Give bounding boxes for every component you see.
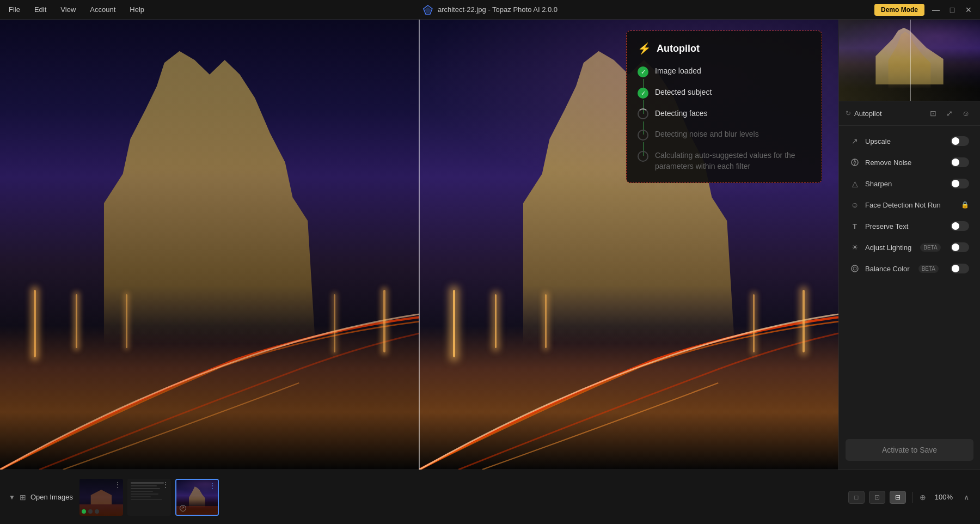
- filter-label-upscale: Upscale: [865, 137, 891, 145]
- adjust-lighting-icon: ☀: [850, 242, 860, 252]
- filter-label-balance-color: Balance Color: [865, 265, 910, 273]
- svg-point-7: [853, 267, 856, 270]
- filter-label-preserve-text: Preserve Text: [865, 222, 908, 230]
- autopilot-step-5: Calculating auto-suggested values for th…: [638, 150, 811, 172]
- menu-edit[interactable]: Edit: [32, 4, 48, 15]
- menu-file[interactable]: File: [7, 4, 22, 15]
- svg-point-6: [852, 265, 858, 272]
- view-side-by-side-button[interactable]: ⊟: [890, 491, 906, 504]
- collapse-button[interactable]: ▼: [9, 493, 15, 501]
- right-panel: ↻ Autopilot ⊡ ⤢ ☺ ↗ Upscale: [838, 20, 980, 470]
- maximize-button[interactable]: □: [947, 5, 957, 15]
- autopilot-title: Autopilot: [657, 43, 700, 54]
- filter-item-adjust-lighting[interactable]: ☀ Adjust Lighting BETA: [842, 237, 977, 258]
- window-title: architect-22.jpg - Topaz Photo AI 2.0.0: [438, 5, 558, 14]
- fullscreen-icon[interactable]: ⤢: [942, 106, 957, 121]
- thumbnail-menu-3[interactable]: ⋮: [209, 482, 216, 490]
- step-label-5: Calculating auto-suggested values for th…: [655, 150, 811, 172]
- menu-help[interactable]: Help: [127, 4, 146, 15]
- canvas-area: ⚡ Autopilot ✓ Image loaded ✓ Detected su…: [0, 20, 838, 470]
- bottom-bar: ▼ ⊞ Open Images ⋮: [0, 470, 980, 524]
- autopilot-step-2: ✓ Detected subject: [638, 87, 811, 99]
- activate-to-save-button[interactable]: Activate to Save: [846, 439, 973, 461]
- autopilot-overlay: ⚡ Autopilot ✓ Image loaded ✓ Detected su…: [626, 31, 822, 183]
- step-label-3: Detecting faces: [655, 108, 708, 119]
- filter-left-upscale: ↗ Upscale: [850, 136, 891, 146]
- filter-list: ↗ Upscale Remove Noise: [839, 126, 980, 435]
- thumbnail-item-1[interactable]: ⋮: [79, 479, 123, 516]
- filter-item-preserve-text[interactable]: T Preserve Text: [842, 216, 977, 236]
- filter-left-adjust-lighting: ☀ Adjust Lighting BETA: [850, 242, 941, 252]
- menu-view[interactable]: View: [58, 4, 78, 15]
- image-left-half: [0, 20, 419, 470]
- panel-autopilot-label-text: Autopilot: [854, 109, 882, 118]
- sharpen-toggle[interactable]: [951, 179, 969, 188]
- face-detection-icon: ☺: [850, 200, 860, 210]
- zoom-level-display: 100%: [930, 493, 957, 501]
- remove-noise-toggle[interactable]: [951, 157, 969, 167]
- open-images-label[interactable]: Open Images: [30, 493, 73, 501]
- controls-divider: [912, 492, 913, 503]
- view-split-button[interactable]: ⊡: [869, 491, 885, 504]
- titlebar: File Edit View Account Help architect-22…: [0, 0, 980, 20]
- thumbnail-item-2[interactable]: ⋮: [127, 479, 171, 516]
- filter-label-sharpen: Sharpen: [865, 180, 892, 188]
- preview-thumbnail: [839, 20, 980, 101]
- autopilot-lightning-icon: ⚡: [638, 42, 651, 55]
- menu-account[interactable]: Account: [88, 4, 118, 15]
- filter-item-face-detection[interactable]: ☺ Face Detection Not Run 🔒: [842, 194, 977, 215]
- menu-bar: File Edit View Account Help: [7, 4, 146, 15]
- autopilot-step-4: Detecting noise and blur levels: [638, 129, 811, 141]
- face-detection-lock-icon: 🔒: [961, 201, 969, 209]
- view-single-button[interactable]: □: [848, 491, 865, 504]
- filter-left-remove-noise: Remove Noise: [850, 157, 911, 167]
- thumbnail-menu-1[interactable]: ⋮: [114, 481, 121, 489]
- balance-color-toggle[interactable]: [951, 264, 969, 273]
- preserve-text-icon: T: [850, 221, 860, 231]
- step-label-4: Detecting noise and blur levels: [655, 129, 759, 140]
- step-label-2: Detected subject: [655, 87, 712, 98]
- sharpen-icon: △: [850, 179, 860, 188]
- thumb-dot-green-1: [82, 509, 86, 514]
- upscale-toggle[interactable]: [951, 136, 969, 146]
- thumb-dot-1b: [88, 509, 93, 514]
- autopilot-step-3: Detecting faces: [638, 108, 811, 119]
- step-empty-icon-5: [638, 151, 648, 162]
- thumbnail-expand-btn-3[interactable]: ↗: [180, 505, 186, 511]
- autopilot-header: ⚡ Autopilot: [638, 42, 811, 55]
- step-spinning-icon-3: [638, 108, 648, 119]
- filter-label-adjust-lighting: Adjust Lighting: [865, 243, 911, 252]
- step-label-1: Image loaded: [655, 66, 701, 77]
- svg-marker-1: [425, 7, 431, 13]
- panel-icons-row: ⊡ ⤢ ☺: [926, 106, 973, 121]
- bottom-right-controls: □ ⊡ ⊟ ⊕ 100% ∧: [848, 491, 971, 504]
- remove-noise-icon: [850, 157, 860, 167]
- minimize-button[interactable]: —: [931, 5, 941, 15]
- svg-point-3: [854, 161, 856, 163]
- thumbnail-item-3[interactable]: ⋮ ↗: [175, 479, 219, 516]
- preserve-text-toggle[interactable]: [951, 221, 969, 231]
- filter-item-upscale[interactable]: ↗ Upscale: [842, 131, 977, 151]
- close-button[interactable]: ✕: [964, 5, 973, 15]
- adjust-lighting-toggle[interactable]: [951, 242, 969, 252]
- thumbnail-menu-2[interactable]: ⋮: [162, 481, 169, 489]
- filter-label-face-detection: Face Detection Not Run: [865, 201, 941, 209]
- autopilot-step-1: ✓ Image loaded: [638, 66, 811, 77]
- filter-item-sharpen[interactable]: △ Sharpen: [842, 173, 977, 194]
- step-done-icon-1: ✓: [638, 66, 648, 77]
- step-done-icon-2: ✓: [638, 88, 648, 99]
- balance-color-badge: BETA: [918, 265, 939, 273]
- face-icon[interactable]: ☺: [958, 106, 973, 121]
- filter-item-balance-color[interactable]: Balance Color BETA: [842, 258, 977, 279]
- demo-mode-button[interactable]: Demo Mode: [874, 4, 924, 16]
- filter-label-remove-noise: Remove Noise: [865, 159, 911, 167]
- filter-item-remove-noise[interactable]: Remove Noise: [842, 152, 977, 173]
- balance-color-icon: [850, 264, 860, 273]
- thumb-dot-1c: [95, 509, 99, 514]
- thumbnail-split-line: [910, 20, 911, 101]
- expand-button[interactable]: ∧: [961, 491, 971, 504]
- crop-icon[interactable]: ⊡: [926, 106, 941, 121]
- panel-autopilot-section[interactable]: ↻ Autopilot: [846, 109, 882, 118]
- adjust-lighting-badge: BETA: [920, 243, 940, 252]
- filter-left-sharpen: △ Sharpen: [850, 179, 892, 188]
